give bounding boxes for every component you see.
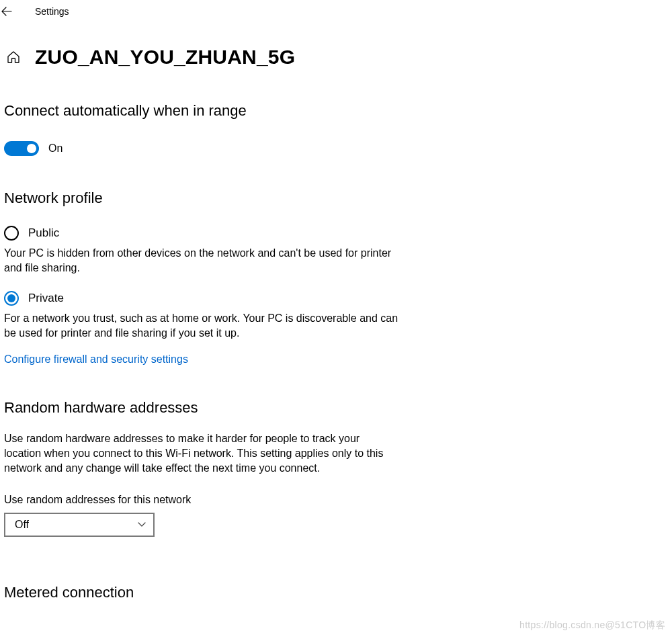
back-arrow-icon [1,7,12,16]
window-title: Settings [35,6,69,17]
radio-public-label: Public [28,226,59,240]
radio-private[interactable] [4,291,19,306]
toggle-knob [27,144,36,153]
autoconnect-toggle[interactable] [4,141,39,156]
random-hw-description: Use random hardware addresses to make it… [4,431,394,476]
autoconnect-heading: Connect automatically when in range [4,102,659,120]
random-hw-select-value: Off [15,519,29,531]
radio-public[interactable] [4,226,19,241]
metered-heading: Metered connection [4,584,659,601]
home-button[interactable] [4,48,23,67]
home-icon [6,50,21,65]
watermark-text: https://blog.csdn.ne@51CTO博客 [519,619,665,632]
back-button[interactable] [0,5,13,18]
random-hw-heading: Random hardware addresses [4,399,659,417]
firewall-settings-link[interactable]: Configure firewall and security settings [4,353,188,366]
chevron-down-icon [137,520,146,529]
autoconnect-state-label: On [48,142,62,155]
random-hw-field-label: Use random addresses for this network [4,494,659,506]
network-profile-heading: Network profile [4,189,659,207]
public-description: Your PC is hidden from other devices on … [4,246,401,276]
private-description: For a network you trust, such as at home… [4,311,401,341]
page-title: ZUO_AN_YOU_ZHUAN_5G [35,46,295,69]
random-hw-select[interactable]: Off [4,513,155,537]
radio-private-label: Private [28,292,64,305]
